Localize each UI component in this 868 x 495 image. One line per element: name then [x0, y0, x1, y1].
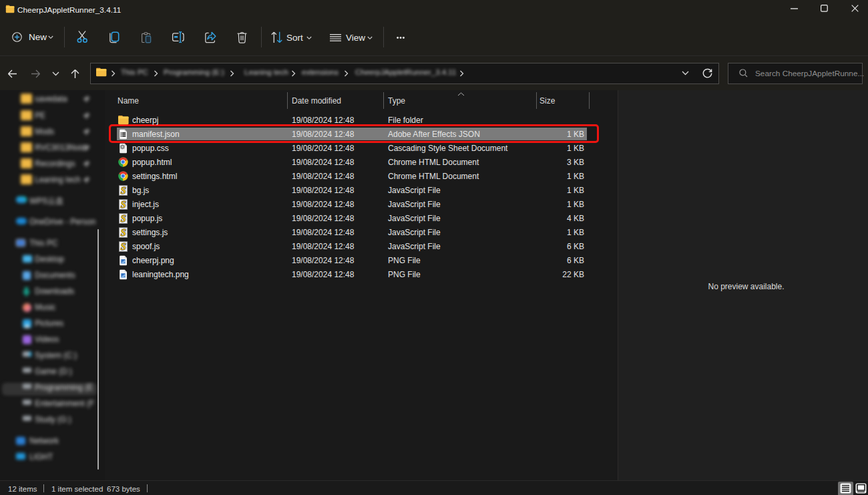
svg-text:S: S	[121, 199, 126, 210]
svg-text:S: S	[121, 227, 126, 238]
svg-text:S: S	[121, 213, 126, 224]
svg-text:S: S	[121, 185, 126, 196]
svg-text:S: S	[121, 241, 126, 252]
